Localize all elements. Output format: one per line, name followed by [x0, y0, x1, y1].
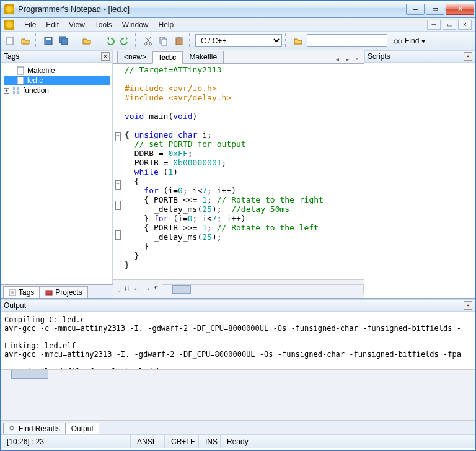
menu-view[interactable]: View: [64, 19, 90, 30]
new-file-button[interactable]: [3, 34, 17, 48]
file-icon: [16, 76, 25, 85]
status-position: [10:26] : 23: [1, 435, 131, 448]
tab-find-results[interactable]: Find Results: [3, 423, 66, 434]
save-all-button[interactable]: [57, 34, 71, 48]
eol-icon[interactable]: ¶: [154, 285, 158, 293]
tags-panel-close-button[interactable]: ×: [101, 52, 110, 61]
menu-file[interactable]: File: [19, 19, 41, 30]
svg-point-23: [10, 426, 14, 430]
svg-rect-16: [17, 87, 19, 90]
paste-button[interactable]: [172, 34, 186, 48]
svg-line-24: [14, 430, 15, 432]
menu-window[interactable]: Window: [117, 19, 154, 30]
file-icon: [16, 66, 25, 75]
menu-edit[interactable]: Edit: [41, 19, 64, 30]
tree-item[interactable]: Makefile: [4, 66, 110, 76]
output-panel-close-button[interactable]: ×: [464, 301, 472, 310]
statusbar: [10:26] : 23 ANSI CR+LF INS Ready: [1, 434, 475, 448]
tab-tags[interactable]: Tags: [3, 286, 40, 298]
svg-rect-19: [9, 289, 15, 296]
wrap-icon[interactable]: ↔: [133, 285, 140, 293]
redo-button[interactable]: [118, 34, 132, 48]
output-hscrollbar[interactable]: [1, 369, 475, 421]
editor-status-icons: ▯ ⁞⁞ ↔ → ¶: [113, 285, 162, 293]
doc-tab-current[interactable]: led.c: [152, 51, 183, 64]
language-select[interactable]: C / C++: [195, 34, 282, 47]
scripts-panel-title: Scripts: [368, 52, 390, 61]
minimize-button[interactable]: ─: [406, 4, 425, 15]
binoculars-icon: [394, 37, 402, 45]
copy-button[interactable]: [157, 34, 170, 48]
cut-button[interactable]: [141, 34, 155, 48]
fold-toggle[interactable]: −: [115, 230, 121, 240]
svg-rect-0: [7, 37, 13, 45]
mdi-restore-button[interactable]: ▭: [443, 20, 456, 30]
doc-tab-makefile[interactable]: Makefile: [182, 51, 224, 63]
code-editor[interactable]: − − − − // Target=ATTiny2313 #include <a…: [113, 64, 364, 279]
menu-tools[interactable]: Tools: [90, 19, 117, 30]
svg-rect-17: [13, 91, 15, 94]
tags-panel-title: Tags: [4, 52, 19, 61]
tree-item-label: function: [23, 86, 49, 95]
group-icon: [12, 86, 20, 95]
svg-rect-15: [13, 87, 15, 90]
svg-rect-8: [162, 39, 167, 45]
svg-point-12: [398, 40, 402, 43]
editor-area: <new> led.c Makefile ◂ ▸ × − − − − // Ta…: [113, 50, 364, 298]
output-panel: Output × Compiling C: led.c avr-gcc -c -…: [1, 298, 475, 434]
menubar: File Edit View Tools Window Help ─ ▭ ×: [1, 18, 475, 32]
tab-close-button[interactable]: ×: [353, 55, 361, 63]
open-file-button[interactable]: [19, 34, 32, 48]
toolbar: C / C++ Find ▾: [1, 32, 475, 50]
svg-rect-22: [46, 291, 52, 295]
undo-button[interactable]: [103, 34, 117, 48]
svg-rect-18: [17, 91, 19, 94]
tags-panel: Tags × Makefileled.c+function Tags Proje…: [1, 50, 113, 298]
fold-toggle[interactable]: −: [115, 201, 121, 210]
svg-point-11: [394, 40, 398, 43]
find-input[interactable]: [307, 34, 387, 47]
status-message: Ready: [221, 435, 475, 448]
scheme-button[interactable]: [291, 34, 305, 48]
output-panel-title: Output: [4, 301, 26, 310]
fold-toggle[interactable]: −: [115, 180, 121, 190]
output-text[interactable]: Compiling C: led.c avr-gcc -c -mmcu=atti…: [1, 312, 475, 369]
app-icon: [4, 4, 14, 14]
status-encoding: ANSI: [131, 435, 165, 448]
open-folder-button[interactable]: [80, 34, 94, 48]
tab-prev-button[interactable]: ◂: [333, 55, 342, 63]
find-button[interactable]: Find ▾: [389, 35, 430, 47]
tags-tree[interactable]: Makefileled.c+function: [1, 63, 113, 284]
close-button[interactable]: ✕: [446, 4, 474, 15]
mdi-close-button[interactable]: ×: [458, 20, 472, 30]
tab-projects[interactable]: Projects: [40, 286, 87, 298]
svg-rect-4: [61, 38, 68, 45]
tree-item[interactable]: led.c: [4, 76, 110, 85]
tab-next-button[interactable]: ▸: [343, 55, 351, 63]
maximize-button[interactable]: ▭: [426, 4, 444, 15]
titlebar: Programmer's Notepad - [led.c] ─ ▭ ✕: [1, 1, 475, 18]
chevron-down-icon: ▾: [421, 37, 425, 45]
search-icon: [9, 425, 16, 432]
tree-item-label: led.c: [27, 76, 43, 85]
projects-icon: [45, 289, 53, 296]
tree-item[interactable]: +function: [4, 85, 110, 95]
whitespace-icon[interactable]: ⁞⁞: [125, 285, 130, 293]
mdi-minimize-button[interactable]: ─: [427, 20, 441, 30]
app-menu-icon[interactable]: [4, 20, 14, 30]
save-button[interactable]: [42, 34, 55, 48]
scripts-panel-close-button[interactable]: ×: [464, 52, 472, 61]
editor-hscrollbar[interactable]: [162, 284, 364, 294]
pilcrow-icon[interactable]: →: [144, 285, 151, 293]
menu-help[interactable]: Help: [154, 19, 179, 30]
bookmark-icon[interactable]: ▯: [117, 285, 121, 293]
list-icon: [9, 289, 16, 296]
expand-icon[interactable]: +: [4, 88, 9, 94]
tab-output[interactable]: Output: [66, 423, 99, 434]
svg-rect-2: [46, 38, 51, 40]
scripts-panel: Scripts ×: [364, 50, 475, 298]
status-eol: CR+LF: [165, 435, 199, 448]
fold-toggle[interactable]: −: [115, 132, 121, 141]
doc-tab-new[interactable]: <new>: [117, 51, 153, 63]
tree-item-label: Makefile: [27, 66, 55, 75]
